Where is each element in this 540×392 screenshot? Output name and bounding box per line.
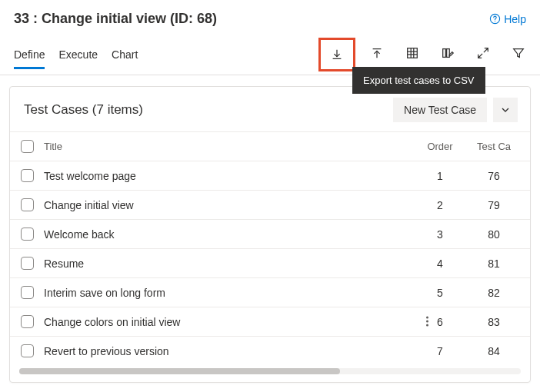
row-checkbox[interactable]: [21, 286, 34, 299]
table-row[interactable]: Change colors on initial view 6 83: [10, 307, 530, 336]
row-order: 7: [413, 345, 467, 357]
row-tc: 76: [467, 170, 521, 182]
column-title[interactable]: Title: [44, 141, 413, 152]
row-order: 1: [413, 170, 467, 182]
row-actions-menu[interactable]: [426, 317, 428, 327]
tab-define[interactable]: Define: [14, 42, 45, 69]
column-test-case[interactable]: Test Ca: [467, 141, 521, 152]
row-title: Test welcome page: [44, 170, 413, 182]
grid-icon: [405, 46, 419, 60]
download-icon: [330, 48, 344, 61]
column-order[interactable]: Order: [413, 141, 467, 152]
svg-rect-2: [408, 48, 418, 58]
row-title: Change colors on initial view: [44, 316, 413, 328]
upload-icon: [370, 46, 384, 60]
new-test-case-button[interactable]: New Test Case: [393, 98, 487, 122]
grid-view-button[interactable]: [398, 40, 426, 66]
table-row[interactable]: Welcome back 3 80: [10, 219, 530, 248]
panel-title: Test Cases (7 items): [24, 102, 143, 118]
svg-rect-3: [443, 49, 446, 58]
import-button[interactable]: [363, 40, 391, 66]
test-cases-table: Title Order Test Ca Test welcome page 1 …: [10, 131, 530, 365]
tabs: Define Execute Chart: [14, 42, 138, 69]
export-csv-button[interactable]: [318, 38, 355, 71]
help-icon: [489, 13, 501, 25]
row-tc: 84: [467, 345, 521, 357]
page-title: 33 : Change initial view (ID: 68): [14, 11, 217, 27]
tab-execute[interactable]: Execute: [58, 42, 98, 69]
row-checkbox[interactable]: [21, 315, 34, 328]
row-tc: 81: [467, 257, 521, 270]
row-order: 5: [413, 287, 467, 299]
row-tc: 82: [467, 287, 521, 299]
row-title: Interim save on long form: [44, 287, 413, 299]
row-checkbox[interactable]: [21, 344, 34, 357]
tab-chart[interactable]: Chart: [112, 42, 138, 69]
row-order: 4: [413, 257, 467, 270]
row-order: 6: [413, 316, 467, 328]
horizontal-scrollbar[interactable]: [19, 368, 521, 376]
row-tc: 83: [467, 316, 521, 328]
expand-icon: [476, 46, 490, 60]
row-checkbox[interactable]: [21, 257, 34, 270]
svg-point-1: [495, 21, 495, 22]
row-tc: 80: [467, 228, 521, 241]
row-title: Welcome back: [44, 228, 413, 241]
filter-icon: [512, 46, 525, 60]
row-order: 3: [413, 228, 467, 241]
row-checkbox[interactable]: [21, 169, 34, 182]
select-all-checkbox[interactable]: [21, 140, 34, 153]
row-title: Resume: [44, 257, 413, 270]
filter-button[interactable]: [505, 40, 532, 66]
table-row[interactable]: Revert to previous version 7 84: [10, 336, 530, 365]
table-row[interactable]: Change initial view 2 79: [10, 190, 530, 219]
table-row[interactable]: Test welcome page 1 76: [10, 161, 530, 190]
test-cases-panel: Test Cases (7 items) New Test Case Title…: [9, 86, 531, 383]
help-label: Help: [504, 13, 526, 25]
column-options-button[interactable]: [434, 40, 462, 66]
export-tooltip: Export test cases to CSV: [352, 67, 485, 94]
chevron-down-icon: [501, 105, 510, 115]
row-tc: 79: [467, 199, 521, 211]
new-test-case-dropdown[interactable]: [493, 98, 518, 122]
columns-edit-icon: [441, 46, 455, 60]
table-header: Title Order Test Ca: [10, 131, 530, 161]
row-order: 2: [413, 199, 467, 211]
row-title: Revert to previous version: [44, 345, 413, 357]
table-row[interactable]: Interim save on long form 5 82: [10, 277, 530, 307]
table-row[interactable]: Resume 4 81: [10, 248, 530, 277]
row-checkbox[interactable]: [21, 198, 34, 211]
fullscreen-button[interactable]: [469, 40, 497, 66]
row-checkbox[interactable]: [21, 228, 34, 241]
row-title: Change initial view: [44, 199, 413, 211]
help-link[interactable]: Help: [489, 13, 526, 25]
